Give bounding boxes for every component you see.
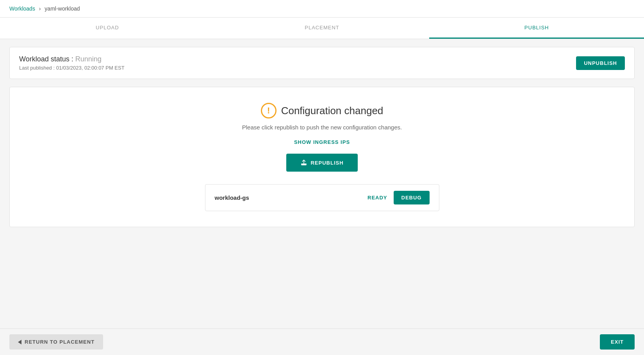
tab-placement[interactable]: PLACEMENT <box>215 18 430 39</box>
status-value: Running <box>75 55 102 63</box>
tab-publish[interactable]: PUBLISH <box>429 18 644 39</box>
last-published-info: Last published : 01/03/2023, 02:00:07 PM… <box>19 65 125 71</box>
debug-button[interactable]: DEBUG <box>394 191 430 204</box>
workload-status-ready: READY <box>367 195 387 201</box>
footer: RETURN TO PLACEMENT EXIT <box>0 328 644 355</box>
breadcrumb-current: yaml-workload <box>45 5 80 12</box>
arrow-left-icon <box>18 340 21 344</box>
config-changed-title: Configuration changed <box>281 105 384 117</box>
workload-item-card: workload-gs READY DEBUG <box>205 184 439 211</box>
config-changed-heading: ! Configuration changed <box>261 103 384 118</box>
status-title: Workload status : Running <box>19 55 125 63</box>
republish-icon <box>300 159 307 166</box>
workload-item-actions: READY DEBUG <box>367 191 429 204</box>
return-to-placement-button[interactable]: RETURN TO PLACEMENT <box>9 334 103 350</box>
workload-item-name: workload-gs <box>215 194 249 201</box>
tabs-bar: UPLOAD PLACEMENT PUBLISH <box>0 18 644 39</box>
tab-upload[interactable]: UPLOAD <box>0 18 215 39</box>
warning-icon: ! <box>261 103 277 118</box>
status-card: Workload status : Running Last published… <box>9 47 635 79</box>
content-area: Workload status : Running Last published… <box>0 39 644 235</box>
republish-button[interactable]: REPUBLISH <box>286 154 357 172</box>
main-panel: ! Configuration changed Please click rep… <box>9 87 635 227</box>
breadcrumb-separator: › <box>39 5 41 12</box>
show-ingress-link[interactable]: SHOW INGRESS IPS <box>294 139 350 145</box>
breadcrumb: Workloads › yaml-workload <box>0 0 644 18</box>
config-changed-subtitle: Please click republish to push the new c… <box>242 124 402 131</box>
status-info: Workload status : Running Last published… <box>19 55 125 71</box>
unpublish-button[interactable]: UNPUBLISH <box>576 56 625 70</box>
exit-button[interactable]: EXIT <box>600 334 635 350</box>
breadcrumb-parent-link[interactable]: Workloads <box>9 5 35 12</box>
